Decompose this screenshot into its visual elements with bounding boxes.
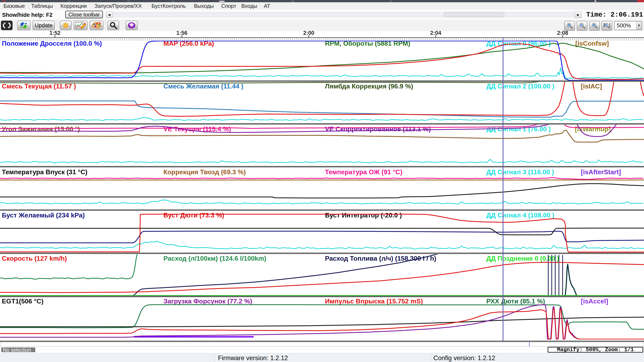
svg-text:Температура ОЖ (91 °C): Температура ОЖ (91 °C): [325, 168, 402, 176]
svg-text:2:04: 2:04: [430, 30, 441, 36]
svg-text:Импульс Впрыска (15.752 mS): Импульс Впрыска (15.752 mS): [325, 298, 423, 305]
svg-text:EGT1(506 °C): EGT1(506 °C): [2, 298, 44, 305]
svg-text:ДД Сигнал 4 (108.00 ): ДД Сигнал 4 (108.00 ): [486, 211, 554, 219]
svg-text:РХХ Дюти (85.1 %): РХХ Дюти (85.1 %): [486, 298, 545, 305]
svg-text:[isIAC]: [isIAC]: [581, 83, 602, 90]
svg-text:Температура Впуск (31 °C): Температура Впуск (31 °C): [2, 168, 87, 176]
svg-text:Загрузка Форсунок (77.2 %): Загрузка Форсунок (77.2 %): [164, 298, 252, 305]
svg-text:[isConfsw]: [isConfsw]: [575, 40, 609, 47]
svg-text:1:52: 1:52: [50, 30, 60, 36]
svg-text:2:08: 2:08: [557, 30, 568, 36]
svg-text:Буст Интегратор (-20.0 ): Буст Интегратор (-20.0 ): [325, 211, 402, 219]
svg-text:[isAfterStart]: [isAfterStart]: [581, 168, 621, 176]
svg-text:1:56: 1:56: [176, 30, 188, 36]
svg-text:Положение Дросселя (100.0 %): Положение Дросселя (100.0 %): [2, 40, 102, 47]
svg-text:VE Скорректированное (113.1 %): VE Скорректированное (113.1 %): [325, 125, 431, 133]
svg-text:Буст Желаемый (234 kPa): Буст Желаемый (234 kPa): [2, 211, 85, 219]
svg-text:[isAccel]: [isAccel]: [581, 298, 608, 305]
svg-text:VE Текущее (115.4 %): VE Текущее (115.4 %): [164, 125, 231, 133]
svg-text:Смесь Текущая (11.57 ): Смесь Текущая (11.57 ): [2, 83, 76, 90]
svg-text:2:00: 2:00: [303, 30, 314, 36]
svg-text:Лямбда Коррекция (96.9 %): Лямбда Коррекция (96.9 %): [325, 83, 413, 90]
svg-text:ДД Сигнал 2 (100.00 ): ДД Сигнал 2 (100.00 ): [486, 83, 554, 90]
svg-text:Скорость (127 km/h): Скорость (127 km/h): [2, 255, 67, 262]
svg-text:Расход (л/100км) (124.6 l/100k: Расход (л/100км) (124.6 l/100km): [164, 255, 266, 262]
svg-text:ДД Сигнал 3 (116.00 ): ДД Сигнал 3 (116.00 ): [486, 168, 554, 176]
svg-text:Буст Дюти (73.3 %): Буст Дюти (73.3 %): [164, 211, 224, 219]
svg-text:Коррекция Твозд (69.3 %): Коррекция Твозд (69.3 %): [164, 168, 246, 176]
